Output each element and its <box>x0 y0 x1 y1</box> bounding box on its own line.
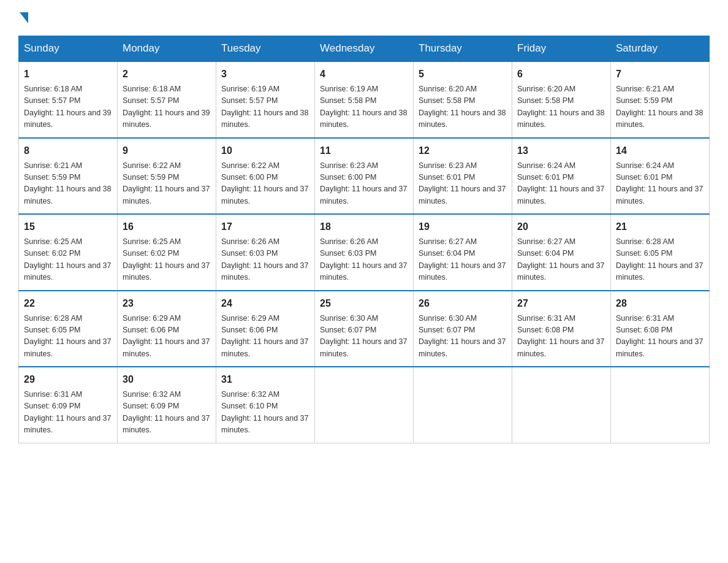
day-info: Sunrise: 6:24 AMSunset: 6:01 PMDaylight:… <box>616 160 704 208</box>
calendar-day-cell: 9Sunrise: 6:22 AMSunset: 5:59 PMDaylight… <box>118 138 216 215</box>
calendar-day-cell <box>611 367 710 443</box>
calendar-day-cell: 13Sunrise: 6:24 AMSunset: 6:01 PMDayligh… <box>512 138 611 215</box>
calendar-week-row: 29Sunrise: 6:31 AMSunset: 6:09 PMDayligh… <box>19 367 710 443</box>
day-info: Sunrise: 6:27 AMSunset: 6:04 PMDaylight:… <box>419 236 507 284</box>
calendar-day-cell: 8Sunrise: 6:21 AMSunset: 5:59 PMDaylight… <box>19 138 118 215</box>
day-number: 18 <box>320 220 408 234</box>
calendar-day-cell: 25Sunrise: 6:30 AMSunset: 6:07 PMDayligh… <box>315 291 414 367</box>
calendar-day-cell: 28Sunrise: 6:31 AMSunset: 6:08 PMDayligh… <box>611 291 710 367</box>
calendar-day-cell: 10Sunrise: 6:22 AMSunset: 6:00 PMDayligh… <box>216 138 315 215</box>
calendar-day-cell: 12Sunrise: 6:23 AMSunset: 6:01 PMDayligh… <box>414 138 512 215</box>
day-of-week-header: Monday <box>118 36 216 62</box>
calendar-day-cell: 11Sunrise: 6:23 AMSunset: 6:00 PMDayligh… <box>315 138 414 215</box>
day-info: Sunrise: 6:26 AMSunset: 6:03 PMDaylight:… <box>221 236 309 284</box>
day-info: Sunrise: 6:30 AMSunset: 6:07 PMDaylight:… <box>320 313 408 361</box>
calendar-day-cell: 31Sunrise: 6:32 AMSunset: 6:10 PMDayligh… <box>216 367 315 443</box>
day-info: Sunrise: 6:18 AMSunset: 5:57 PMDaylight:… <box>123 83 211 131</box>
calendar-week-row: 1Sunrise: 6:18 AMSunset: 5:57 PMDaylight… <box>19 61 710 138</box>
calendar-week-row: 22Sunrise: 6:28 AMSunset: 6:05 PMDayligh… <box>19 291 710 367</box>
calendar-day-cell: 27Sunrise: 6:31 AMSunset: 6:08 PMDayligh… <box>512 291 611 367</box>
day-info: Sunrise: 6:19 AMSunset: 5:57 PMDaylight:… <box>221 83 309 131</box>
day-number: 5 <box>419 67 507 82</box>
calendar-day-cell: 6Sunrise: 6:20 AMSunset: 5:58 PMDaylight… <box>512 61 611 138</box>
day-number: 24 <box>221 296 309 311</box>
day-number: 20 <box>517 220 605 234</box>
day-info: Sunrise: 6:27 AMSunset: 6:04 PMDaylight:… <box>517 236 605 284</box>
calendar-day-cell: 19Sunrise: 6:27 AMSunset: 6:04 PMDayligh… <box>414 214 512 291</box>
calendar-header-row: SundayMondayTuesdayWednesdayThursdayFrid… <box>19 36 710 62</box>
calendar-day-cell: 16Sunrise: 6:25 AMSunset: 6:02 PMDayligh… <box>118 214 216 291</box>
day-number: 13 <box>517 144 605 158</box>
day-info: Sunrise: 6:23 AMSunset: 6:01 PMDaylight:… <box>419 160 507 208</box>
calendar-day-cell: 1Sunrise: 6:18 AMSunset: 5:57 PMDaylight… <box>19 61 118 138</box>
calendar-day-cell: 5Sunrise: 6:20 AMSunset: 5:58 PMDaylight… <box>414 61 512 138</box>
day-info: Sunrise: 6:25 AMSunset: 6:02 PMDaylight:… <box>123 236 211 284</box>
calendar-day-cell <box>315 367 414 443</box>
calendar-day-cell: 21Sunrise: 6:28 AMSunset: 6:05 PMDayligh… <box>611 214 710 291</box>
calendar-day-cell: 14Sunrise: 6:24 AMSunset: 6:01 PMDayligh… <box>611 138 710 215</box>
day-info: Sunrise: 6:28 AMSunset: 6:05 PMDaylight:… <box>616 236 704 284</box>
day-number: 22 <box>24 296 112 311</box>
calendar-day-cell <box>512 367 611 443</box>
day-of-week-header: Sunday <box>19 36 118 62</box>
calendar-week-row: 8Sunrise: 6:21 AMSunset: 5:59 PMDaylight… <box>19 138 710 215</box>
day-number: 29 <box>24 372 112 387</box>
day-of-week-header: Tuesday <box>216 36 315 62</box>
calendar-day-cell: 20Sunrise: 6:27 AMSunset: 6:04 PMDayligh… <box>512 214 611 291</box>
calendar-day-cell: 23Sunrise: 6:29 AMSunset: 6:06 PMDayligh… <box>118 291 216 367</box>
day-info: Sunrise: 6:31 AMSunset: 6:09 PMDaylight:… <box>24 389 112 437</box>
calendar-day-cell: 15Sunrise: 6:25 AMSunset: 6:02 PMDayligh… <box>19 214 118 291</box>
day-number: 1 <box>24 67 112 82</box>
day-info: Sunrise: 6:23 AMSunset: 6:00 PMDaylight:… <box>320 160 408 208</box>
day-info: Sunrise: 6:21 AMSunset: 5:59 PMDaylight:… <box>24 160 112 208</box>
day-info: Sunrise: 6:32 AMSunset: 6:09 PMDaylight:… <box>123 389 211 437</box>
day-info: Sunrise: 6:21 AMSunset: 5:59 PMDaylight:… <box>616 83 704 131</box>
day-info: Sunrise: 6:19 AMSunset: 5:58 PMDaylight:… <box>320 83 408 131</box>
day-info: Sunrise: 6:26 AMSunset: 6:03 PMDaylight:… <box>320 236 408 284</box>
day-number: 9 <box>123 144 211 158</box>
day-number: 21 <box>616 220 704 234</box>
day-info: Sunrise: 6:29 AMSunset: 6:06 PMDaylight:… <box>221 313 309 361</box>
calendar-table: SundayMondayTuesdayWednesdayThursdayFrid… <box>18 36 710 443</box>
day-number: 17 <box>221 220 309 234</box>
day-number: 6 <box>517 67 605 82</box>
logo <box>18 12 29 23</box>
day-number: 7 <box>616 67 704 82</box>
calendar-day-cell <box>414 367 512 443</box>
calendar-day-cell: 18Sunrise: 6:26 AMSunset: 6:03 PMDayligh… <box>315 214 414 291</box>
day-info: Sunrise: 6:20 AMSunset: 5:58 PMDaylight:… <box>517 83 605 131</box>
day-info: Sunrise: 6:32 AMSunset: 6:10 PMDaylight:… <box>221 389 309 437</box>
header <box>18 12 710 23</box>
calendar-day-cell: 3Sunrise: 6:19 AMSunset: 5:57 PMDaylight… <box>216 61 315 138</box>
calendar-day-cell: 7Sunrise: 6:21 AMSunset: 5:59 PMDaylight… <box>611 61 710 138</box>
calendar-day-cell: 29Sunrise: 6:31 AMSunset: 6:09 PMDayligh… <box>19 367 118 443</box>
day-number: 30 <box>123 372 211 387</box>
day-info: Sunrise: 6:22 AMSunset: 5:59 PMDaylight:… <box>123 160 211 208</box>
day-info: Sunrise: 6:24 AMSunset: 6:01 PMDaylight:… <box>517 160 605 208</box>
day-of-week-header: Thursday <box>414 36 512 62</box>
day-info: Sunrise: 6:22 AMSunset: 6:00 PMDaylight:… <box>221 160 309 208</box>
day-number: 26 <box>419 296 507 311</box>
calendar-day-cell: 22Sunrise: 6:28 AMSunset: 6:05 PMDayligh… <box>19 291 118 367</box>
day-number: 10 <box>221 144 309 158</box>
day-number: 16 <box>123 220 211 234</box>
calendar-day-cell: 4Sunrise: 6:19 AMSunset: 5:58 PMDaylight… <box>315 61 414 138</box>
day-number: 11 <box>320 144 408 158</box>
calendar-day-cell: 24Sunrise: 6:29 AMSunset: 6:06 PMDayligh… <box>216 291 315 367</box>
calendar-day-cell: 30Sunrise: 6:32 AMSunset: 6:09 PMDayligh… <box>118 367 216 443</box>
day-of-week-header: Friday <box>512 36 611 62</box>
day-number: 15 <box>24 220 112 234</box>
day-info: Sunrise: 6:29 AMSunset: 6:06 PMDaylight:… <box>123 313 211 361</box>
day-number: 25 <box>320 296 408 311</box>
day-number: 14 <box>616 144 704 158</box>
day-info: Sunrise: 6:31 AMSunset: 6:08 PMDaylight:… <box>517 313 605 361</box>
day-number: 19 <box>419 220 507 234</box>
calendar-day-cell: 17Sunrise: 6:26 AMSunset: 6:03 PMDayligh… <box>216 214 315 291</box>
day-number: 31 <box>221 372 309 387</box>
day-info: Sunrise: 6:25 AMSunset: 6:02 PMDaylight:… <box>24 236 112 284</box>
day-number: 2 <box>123 67 211 82</box>
day-number: 27 <box>517 296 605 311</box>
calendar-week-row: 15Sunrise: 6:25 AMSunset: 6:02 PMDayligh… <box>19 214 710 291</box>
day-number: 8 <box>24 144 112 158</box>
day-info: Sunrise: 6:20 AMSunset: 5:58 PMDaylight:… <box>419 83 507 131</box>
